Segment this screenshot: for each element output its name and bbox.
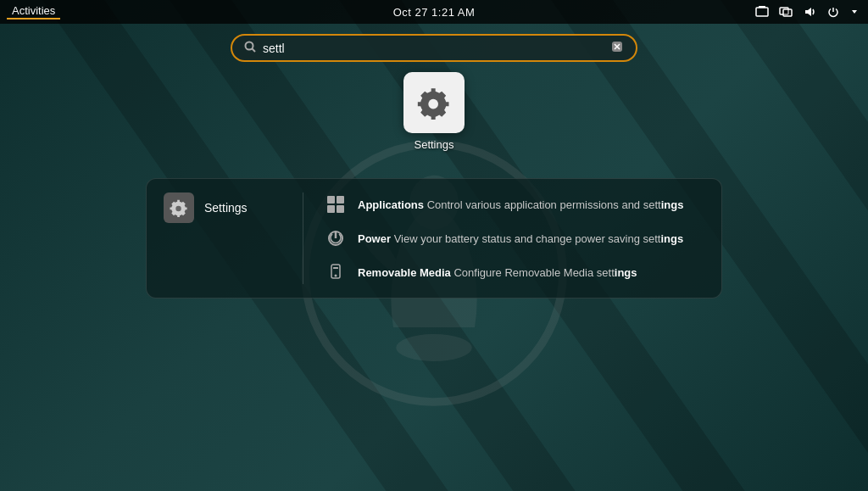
results-app-entry[interactable]: Settings: [164, 192, 282, 223]
svg-rect-17: [337, 196, 344, 204]
power-result-icon: [324, 226, 348, 250]
result-item-power[interactable]: Power View your battery status and chang…: [324, 226, 704, 250]
result-removable-media-title: Removable Media: [358, 266, 451, 279]
svg-line-10: [253, 49, 256, 53]
svg-rect-18: [327, 205, 335, 213]
result-power-desc: View your battery status and change powe…: [394, 232, 684, 245]
svg-rect-16: [327, 196, 335, 204]
result-item-removable-media[interactable]: Removable Media Configure Removable Medi…: [324, 260, 704, 284]
results-panel: Settings Applications Control various ap…: [146, 178, 722, 299]
window-icon[interactable]: [776, 5, 795, 19]
result-applications-desc: Control various application permissions …: [427, 198, 684, 211]
svg-point-14: [428, 99, 438, 109]
topbar: Activities Oct 27 1:21 AM: [0, 0, 868, 24]
result-applications-title: Applications: [358, 198, 424, 211]
search-box[interactable]: [231, 34, 637, 62]
activities-button[interactable]: Activities: [7, 4, 60, 20]
featured-app-label: Settings: [415, 138, 454, 151]
svg-marker-7: [805, 8, 811, 16]
result-power-title: Power: [358, 232, 391, 245]
system-menu-chevron-icon[interactable]: [848, 8, 861, 16]
search-clear-icon[interactable]: [610, 40, 624, 56]
result-applications-text: Applications Control various application…: [358, 198, 683, 211]
applications-icon: [324, 192, 348, 216]
clock-display: Oct 27 1:21 AM: [393, 6, 476, 19]
svg-rect-6: [783, 9, 792, 16]
svg-point-22: [335, 275, 337, 277]
svg-point-9: [246, 42, 253, 50]
svg-point-15: [175, 206, 181, 211]
power-icon[interactable]: [824, 5, 843, 19]
result-item-applications[interactable]: Applications Control various application…: [324, 192, 704, 216]
results-app-name: Settings: [204, 201, 248, 215]
topbar-right-icons: [753, 5, 861, 19]
svg-point-1: [396, 334, 472, 361]
results-items-list: Applications Control various application…: [324, 192, 704, 284]
result-removable-media-text: Removable Media Configure Removable Medi…: [358, 266, 637, 279]
results-divider: [303, 192, 303, 284]
search-container: [231, 34, 637, 62]
search-input[interactable]: [263, 42, 604, 55]
screenshot-icon[interactable]: [753, 5, 771, 19]
removable-media-icon: [324, 260, 348, 284]
search-icon: [244, 41, 256, 55]
svg-rect-23: [333, 267, 338, 269]
result-power-text: Power View your battery status and chang…: [358, 232, 683, 245]
svg-rect-19: [337, 205, 344, 213]
svg-rect-3: [756, 8, 768, 16]
featured-app-container: Settings: [403, 72, 465, 151]
volume-icon[interactable]: [800, 5, 819, 19]
svg-rect-4: [759, 6, 765, 8]
results-settings-icon: [164, 192, 194, 223]
settings-app-icon[interactable]: [403, 72, 465, 133]
result-removable-media-desc: Configure Removable Media settings: [453, 266, 637, 279]
svg-marker-8: [852, 10, 857, 14]
